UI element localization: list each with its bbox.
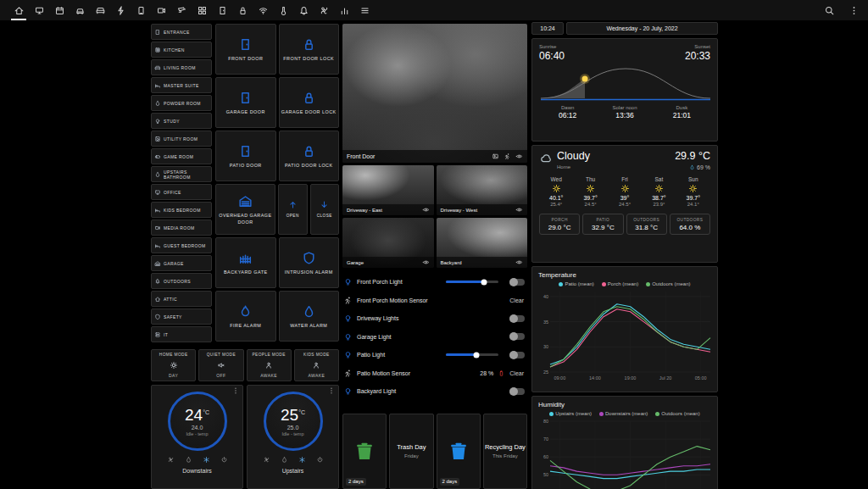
light-toggle[interactable]	[509, 333, 525, 340]
tab-calendar-icon[interactable]	[49, 0, 70, 20]
tab-bell-icon[interactable]	[293, 0, 314, 20]
sidebar-item-media-room[interactable]: MEDIA ROOM	[151, 219, 212, 236]
recycle-bin-tile[interactable]: 2 days	[437, 414, 481, 489]
clock-date[interactable]: Wednesday - 20 July, 2022	[566, 22, 718, 35]
home-mode-button[interactable]: HOME MODEDAY	[151, 349, 196, 381]
sidebar-item-safety[interactable]: SAFETY	[151, 308, 212, 325]
camera-driveway-west[interactable]: Driveway - West	[437, 165, 528, 215]
camera-backyard[interactable]: Backyard	[437, 218, 528, 268]
eye-icon[interactable]	[422, 206, 430, 214]
bulb-icon[interactable]	[342, 350, 353, 359]
camera-driveway-east[interactable]: Driveway - East	[342, 165, 434, 215]
sidebar-item-entrance[interactable]: ENTRANCE	[151, 24, 212, 40]
thermostat-dial[interactable]: 25°C 25.0 Idle - temp	[264, 392, 323, 451]
motion-icon[interactable]	[342, 369, 353, 378]
sidebar-item-it[interactable]: IT	[151, 326, 212, 342]
quiet-mode-button[interactable]: QUIET MODEOFF	[198, 349, 243, 381]
tab-home-icon[interactable]	[8, 0, 29, 20]
tab-wifi-icon[interactable]	[253, 0, 273, 20]
tab-thermo-icon[interactable]	[273, 0, 293, 20]
bulb-icon[interactable]	[342, 332, 353, 342]
intrusion-alarm-card[interactable]: INTRUSION ALARM	[279, 237, 340, 288]
sidebar-item-study[interactable]: STUDY	[151, 113, 212, 129]
light-toggle[interactable]	[509, 388, 525, 395]
camera-front-door[interactable]: Front Door	[342, 24, 527, 163]
motion-icon[interactable]	[504, 153, 511, 160]
sidebar-item-kitchen[interactable]: KITCHEN	[151, 42, 212, 58]
sidebar-item-powder-room[interactable]: POWDER ROOM	[151, 95, 212, 111]
sidebar-item-kids-bedroom[interactable]: KIDS BEDROOM	[151, 202, 212, 218]
sidebar-item-master-suite[interactable]: MASTER SUITE	[151, 77, 212, 93]
garage-open-button[interactable]: OPEN	[278, 184, 308, 235]
legend-item[interactable]: Porch (mean)	[602, 281, 638, 286]
tab-phone-icon[interactable]	[131, 0, 151, 20]
fan-icon[interactable]	[263, 456, 270, 464]
front-door-lock-card[interactable]: FRONT DOOR LOCK	[279, 24, 340, 75]
people-mode-button[interactable]: PEOPLE MODEAWAKE	[247, 349, 292, 381]
overflow-menu-icon[interactable]	[849, 5, 860, 16]
bulb-icon[interactable]	[342, 314, 353, 323]
legend-item[interactable]: Outdoors (mean)	[646, 281, 690, 286]
sidebar-item-outdoors[interactable]: OUTDOORS	[151, 273, 212, 289]
tab-list-icon[interactable]	[354, 0, 375, 20]
tab-sofa-icon[interactable]	[90, 0, 110, 20]
more-options-icon[interactable]	[231, 386, 240, 395]
bulb-icon[interactable]	[342, 277, 353, 286]
fan-icon[interactable]	[167, 456, 175, 464]
brightness-slider[interactable]	[446, 281, 498, 283]
tab-grid-icon[interactable]	[192, 0, 212, 20]
sidebar-item-utility-room[interactable]: UTILITY ROOM	[151, 131, 212, 147]
brightness-slider[interactable]	[446, 353, 498, 356]
clock-time[interactable]: 10:24	[531, 22, 564, 35]
weather-card[interactable]: Cloudy Home 29.9 °C 69 % Wed40.1°25.4° T…	[531, 145, 718, 263]
eye-icon[interactable]	[422, 258, 430, 266]
legend-item[interactable]: Outdoors (mean)	[655, 411, 699, 416]
sun-card[interactable]: Sunrise 06:40 Sunset 20:33 Dawn 06:12	[531, 38, 718, 142]
tab-fan-icon[interactable]	[314, 0, 334, 20]
patio-door-lock-card[interactable]: PATIO DOOR LOCK	[279, 131, 340, 181]
sidebar-item-upstairs-bathroom[interactable]: UPSTAIRS BATHROOM	[151, 166, 212, 182]
tab-lock-icon[interactable]	[232, 0, 253, 20]
sidebar-item-office[interactable]: OFFICE	[151, 184, 212, 200]
tab-monitor-icon[interactable]	[29, 0, 49, 20]
search-icon[interactable]	[824, 5, 835, 16]
tab-flash-icon[interactable]	[110, 0, 131, 20]
thermostat-dial[interactable]: 24°C 24.0 Idle - temp	[168, 392, 227, 451]
snowflake-icon[interactable]	[203, 456, 210, 464]
sidebar-item-guest-bedroom[interactable]: GUEST BEDROOM	[151, 237, 212, 253]
garage-door-lock-card[interactable]: GARAGE DOOR LOCK	[279, 77, 340, 128]
bulb-icon[interactable]	[342, 386, 353, 396]
tab-cctv-icon[interactable]	[171, 0, 192, 20]
backyard-gate-card[interactable]: BACKYARD GATE	[215, 237, 276, 288]
snapshot-icon[interactable]	[492, 153, 499, 160]
motion-icon[interactable]	[342, 296, 353, 305]
light-toggle[interactable]	[509, 315, 525, 322]
snowflake-icon[interactable]	[298, 456, 306, 464]
recycling-day-card[interactable]: Recycling Day This Friday	[483, 414, 527, 489]
light-toggle[interactable]	[509, 352, 525, 358]
legend-item[interactable]: Upstairs (mean)	[549, 411, 592, 416]
kids-mode-button[interactable]: KIDS MODEAWAKE	[294, 349, 339, 381]
eye-icon[interactable]	[515, 258, 523, 266]
sidebar-item-living-room[interactable]: LIVING ROOM	[151, 59, 212, 75]
humidity-icon[interactable]	[281, 456, 288, 464]
outdoors-humidity-sensor[interactable]: OUTDOORS64.0 %	[670, 214, 710, 235]
tab-door-icon[interactable]	[212, 0, 232, 20]
tab-chart-icon[interactable]	[334, 0, 354, 20]
patio-temp-sensor[interactable]: PATIO32.9 °C	[582, 214, 623, 235]
tab-video-icon[interactable]	[151, 0, 171, 20]
legend-item[interactable]: Patio (mean)	[559, 281, 593, 286]
overhead-garage-door-card[interactable]: OVERHEAD GARAGE DOOR	[215, 184, 275, 235]
power-icon[interactable]	[220, 456, 228, 464]
garage-door-card[interactable]: GARAGE DOOR	[215, 77, 276, 128]
trash-day-card[interactable]: Trash Day Friday	[389, 414, 433, 489]
eye-icon[interactable]	[515, 206, 523, 214]
legend-item[interactable]: Downstairs (mean)	[599, 411, 648, 416]
outdoors-temp-sensor[interactable]: OUTDOORS31.8 °C	[626, 214, 667, 235]
porch-temp-sensor[interactable]: PORCH29.0 °C	[539, 214, 580, 235]
camera-garage[interactable]: Garage	[342, 218, 434, 268]
light-toggle[interactable]	[509, 279, 525, 286]
fire-alarm-card[interactable]: FIRE ALARM	[215, 291, 276, 342]
front-door-card[interactable]: FRONT DOOR	[215, 24, 276, 75]
more-options-icon[interactable]	[327, 386, 336, 395]
